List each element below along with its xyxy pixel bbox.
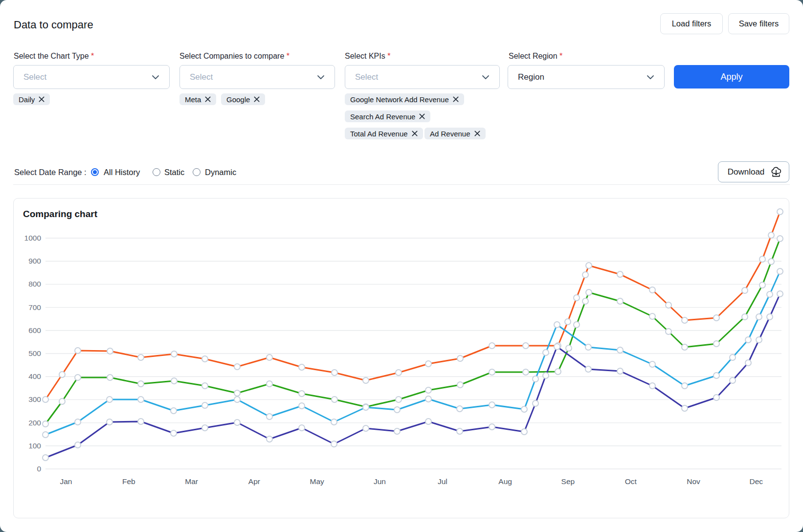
svg-text:Sep: Sep — [561, 477, 575, 486]
svg-text:800: 800 — [28, 280, 41, 288]
svg-text:Dec: Dec — [750, 477, 763, 486]
svg-text:0: 0 — [37, 465, 41, 473]
svg-text:May: May — [310, 477, 325, 486]
svg-text:500: 500 — [28, 349, 41, 357]
svg-text:Mar: Mar — [185, 477, 198, 486]
svg-text:100: 100 — [28, 442, 41, 450]
svg-text:200: 200 — [28, 419, 41, 427]
svg-text:400: 400 — [28, 372, 41, 380]
svg-text:Apr: Apr — [248, 477, 260, 486]
svg-text:Jan: Jan — [60, 477, 72, 486]
svg-text:Jun: Jun — [374, 477, 386, 486]
svg-text:Aug: Aug — [498, 477, 512, 486]
svg-text:900: 900 — [28, 257, 41, 265]
svg-text:1000: 1000 — [24, 234, 42, 242]
svg-text:Oct: Oct — [625, 477, 637, 486]
svg-text:Nov: Nov — [687, 477, 700, 486]
svg-text:Feb: Feb — [122, 477, 135, 486]
svg-text:700: 700 — [28, 303, 41, 311]
svg-text:600: 600 — [28, 326, 41, 334]
svg-text:300: 300 — [28, 395, 41, 403]
svg-text:Jul: Jul — [438, 477, 447, 486]
